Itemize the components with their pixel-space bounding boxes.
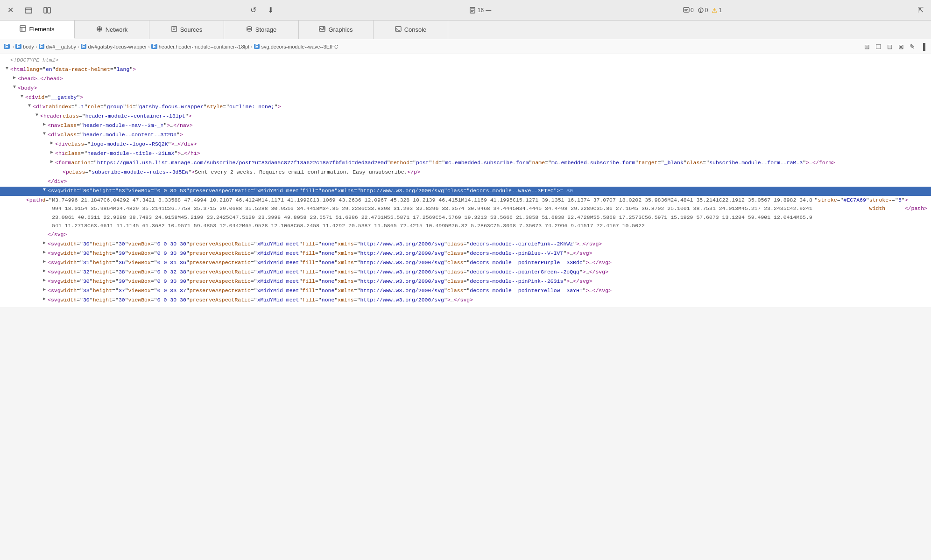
code-line-3[interactable]: <head>…</head>	[0, 75, 931, 84]
tab-elements-label: Elements	[29, 26, 54, 33]
breadcrumb-item-body[interactable]: E body	[15, 44, 34, 49]
code-line-6[interactable]: <div tabindex="-1" role="group" id="gats…	[0, 103, 931, 112]
tab-graphics-label: Graphics	[328, 26, 353, 33]
code-line-1[interactable]: <!DOCTYPE html>	[0, 56, 931, 65]
toggle-5[interactable]	[19, 93, 25, 100]
code-panel: <!DOCTYPE html> <html lang="en" data-rea…	[0, 54, 931, 307]
toggle-2[interactable]	[4, 65, 10, 72]
code-line-selected[interactable]: <svg width="80" height="53" viewBox="0 0…	[0, 187, 931, 196]
svg-point-21	[247, 27, 252, 28]
page-count-value: 16	[478, 7, 484, 14]
code-line-17[interactable]: </svg>	[0, 231, 931, 240]
tab-console[interactable]: Console	[374, 21, 448, 39]
svg-rect-3	[48, 7, 50, 13]
tab-bar: Elements Network Sources	[0, 21, 931, 39]
resize-button[interactable]: ⇱	[914, 4, 927, 16]
layout-tool-button[interactable]: ⊠	[896, 42, 906, 51]
svg-point-23	[323, 28, 324, 29]
reload-button[interactable]: ↺	[247, 4, 260, 16]
toggle-11[interactable]	[49, 149, 55, 156]
toggle-18[interactable]	[41, 240, 48, 246]
code-line-11[interactable]: <h1 class="header-module--title--2iLmX" …	[0, 149, 931, 159]
comments-count: 0	[691, 7, 694, 14]
code-line-22[interactable]: <svg width="30" height="30" viewBox="0 0…	[0, 277, 931, 287]
toolbar-center: 16 —	[469, 7, 491, 14]
toggle-22[interactable]	[41, 277, 48, 284]
svg-point-13	[700, 11, 701, 12]
console-icon	[395, 26, 402, 34]
code-line-13[interactable]: <p class="subscribe-module--rules--3d5Ew…	[0, 168, 931, 177]
pen-tool-button[interactable]: ✎	[908, 42, 917, 51]
code-line-2[interactable]: <html lang="en" data-react-helmet="lang"…	[0, 65, 931, 75]
toggle-9[interactable]	[41, 131, 48, 137]
toggle-6[interactable]	[26, 103, 33, 109]
issues-button[interactable]: 0	[698, 7, 708, 14]
breadcrumb-tools: ⊞ ☐ ⊟ ⊠ ✎ ▐	[862, 42, 927, 51]
tab-network-label: Network	[106, 26, 128, 33]
warning-icon: ⚠	[712, 7, 718, 14]
code-line-7[interactable]: <header class="header-module--container-…	[0, 112, 931, 121]
tab-sources[interactable]: Sources	[149, 21, 224, 39]
download-button[interactable]: ⬇	[264, 4, 277, 16]
breadcrumb-item-svg[interactable]: E svg.decors-module--wave--3EIFC	[254, 44, 338, 49]
code-line-18[interactable]: <svg width="30" height="30" viewBox="0 0…	[0, 240, 931, 249]
network-icon	[96, 26, 103, 34]
toggle-10[interactable]	[49, 140, 55, 147]
code-line-24[interactable]: <svg width="30" height="30" viewBox="0 0…	[0, 296, 931, 305]
toggle-21[interactable]	[41, 268, 48, 274]
toggle-selected[interactable]	[41, 187, 48, 193]
code-line-19[interactable]: <svg width="30" height="30" viewBox="0 0…	[0, 249, 931, 259]
comments-button[interactable]: 0	[683, 7, 694, 14]
toggle-7[interactable]	[34, 112, 40, 119]
comment-icon	[683, 7, 690, 14]
graphics-icon	[319, 26, 325, 34]
grid-tool-button[interactable]: ⊟	[885, 42, 895, 51]
toggle-24[interactable]	[41, 296, 48, 302]
code-line-9[interactable]: <div class="header-module--content--3T2D…	[0, 131, 931, 140]
tab-storage[interactable]: Storage	[224, 21, 299, 39]
inspect-tool-button[interactable]: ⊞	[862, 42, 872, 51]
code-line-10[interactable]: <div class="logo-module--logo--RSQ2K " >…	[0, 140, 931, 149]
code-line-21[interactable]: <svg width="32" height="38" viewBox="0 0…	[0, 268, 931, 277]
code-line-4[interactable]: <body>	[0, 84, 931, 93]
svg-rect-14	[20, 26, 26, 31]
undock-button[interactable]	[21, 5, 36, 16]
code-line-14[interactable]: </div>	[0, 177, 931, 187]
code-line-8[interactable]: <nav class="header-module--nav--3m-_Y" >…	[0, 121, 931, 131]
toggle-8[interactable]	[41, 121, 48, 128]
split-button[interactable]	[40, 5, 55, 16]
tab-elements[interactable]: Elements	[0, 21, 75, 39]
dock-tool-button[interactable]: ▐	[919, 42, 927, 51]
elem-badge: E	[4, 44, 10, 49]
breadcrumb-item-focus[interactable]: E div#gatsby-focus-wrapper	[81, 44, 147, 49]
toggle-12[interactable]	[49, 159, 55, 165]
svg-rect-2	[44, 7, 47, 13]
toggle-4[interactable]	[11, 84, 18, 91]
code-line-5[interactable]: <div id="__gatsby" >	[0, 93, 931, 103]
toggle-23[interactable]	[41, 287, 48, 293]
code-line-23[interactable]: <svg width="33" height="37" viewBox="0 0…	[0, 287, 931, 296]
storage-icon	[246, 26, 253, 34]
svg-rect-0	[25, 8, 32, 13]
svg-rect-8	[684, 7, 689, 12]
code-line-12[interactable]: <form action="https://gmail.us5.list-man…	[0, 159, 931, 168]
page-icon	[469, 7, 476, 14]
issues-icon	[698, 7, 704, 14]
tab-network[interactable]: Network	[75, 21, 149, 39]
elements-icon	[20, 25, 26, 33]
close-button[interactable]: ✕	[4, 4, 17, 16]
breadcrumb-item-header[interactable]: E header.header-module--container--18lpt	[151, 44, 249, 49]
tab-graphics[interactable]: Graphics	[299, 21, 374, 39]
breadcrumb-item-gatsby[interactable]: E div#__gatsby	[39, 44, 77, 49]
warnings-button[interactable]: ⚠ 1	[712, 7, 722, 14]
warnings-count: 1	[719, 7, 722, 14]
screenshot-tool-button[interactable]: ☐	[874, 42, 883, 51]
toggle-3[interactable]	[11, 75, 18, 81]
breadcrumb-item-0[interactable]: E	[4, 44, 11, 49]
code-line-20[interactable]: <svg width="31" height="36" viewBox="0 0…	[0, 259, 931, 268]
toggle-20[interactable]	[41, 259, 48, 265]
issues-count: 0	[705, 7, 708, 14]
toggle-19[interactable]	[41, 249, 48, 256]
tab-console-label: Console	[404, 26, 427, 33]
code-line-path[interactable]: <path d="M3.74996 21.1847C6.04292 47.342…	[0, 196, 931, 231]
